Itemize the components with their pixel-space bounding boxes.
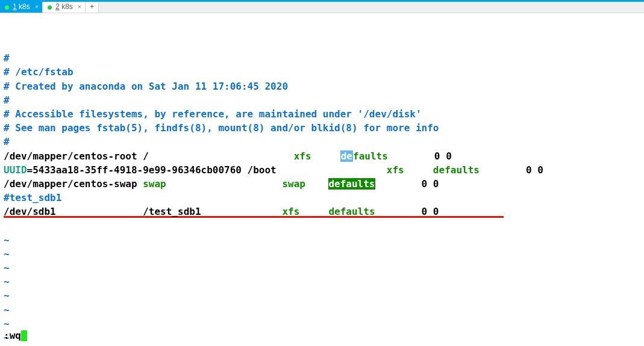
- close-icon[interactable]: ×: [35, 2, 39, 12]
- cursor-icon: [21, 330, 27, 341]
- status-dot-icon: [5, 5, 9, 10]
- tab-bar: 1 k8s × 2 k8s × +: [0, 0, 644, 13]
- vim-empty-line: ~: [4, 235, 10, 246]
- fstab-row: UUID=5433aa18-35ff-4918-9e99-96346cb0076…: [4, 164, 543, 176]
- comment-line: # See man pages fstab(5), findfs(8), mou…: [4, 122, 439, 134]
- comment-line: #: [4, 136, 10, 147]
- vim-empty-line: ~: [4, 290, 10, 301]
- vim-command-line[interactable]: :wq: [4, 329, 27, 342]
- tabbar-filler: [99, 2, 644, 13]
- vim-empty-line: ~: [4, 262, 10, 274]
- fstab-row: /dev/mapper/centos-swap swap swap defaul…: [4, 178, 439, 190]
- highlight-marker: de: [340, 150, 353, 162]
- comment-line: # Created by anaconda on Sat Jan 11 17:0…: [4, 81, 288, 92]
- fstab-row: /dev/mapper/centos-root / xfs defaults 0…: [4, 150, 452, 162]
- fstab-row: /dev/sdb1 /test_sdb1 xfs defaults 0 0: [4, 206, 439, 217]
- comment-line: #: [4, 94, 10, 106]
- search-highlight: defaults: [328, 178, 375, 190]
- terminal-viewport[interactable]: # # /etc/fstab # Created by anaconda on …: [0, 13, 644, 345]
- new-tab-button[interactable]: +: [86, 2, 99, 13]
- comment-line: #test_sdb1: [4, 192, 61, 203]
- vim-empty-line: ~: [4, 304, 10, 316]
- tab-label: 2 k8s: [55, 2, 73, 12]
- comment-line: #: [4, 52, 10, 64]
- comment-line: # Accessible filesystems, by reference, …: [4, 108, 422, 120]
- vim-empty-line: ~: [4, 276, 10, 288]
- vim-empty-line: ~: [4, 249, 10, 260]
- comment-line: # /etc/fstab: [4, 66, 73, 78]
- tab-label: 1 k8s: [13, 2, 30, 12]
- tab-2[interactable]: 2 k8s ×: [43, 2, 86, 13]
- status-dot-icon: [48, 5, 52, 10]
- close-icon[interactable]: ×: [78, 2, 81, 12]
- tab-1[interactable]: 1 k8s ×: [0, 2, 43, 13]
